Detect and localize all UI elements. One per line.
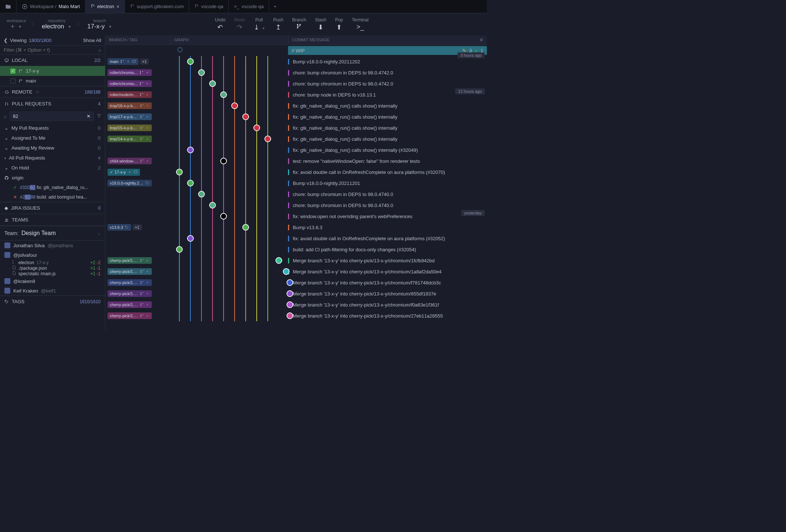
terminal-button[interactable]: Terminal>_ — [352, 17, 368, 31]
commit-node[interactable] — [209, 80, 216, 87]
branch-pill[interactable]: roller/chromiu... — [108, 69, 152, 76]
branch-pill[interactable]: cherry-pick/13-x... — [108, 268, 152, 275]
commit-row[interactable]: fix: avoid double call in OnRefreshCompl… — [105, 233, 487, 244]
commit-node[interactable] — [287, 312, 293, 319]
commit-row[interactable]: cherry-pick/13-x... Merge branch '13-x-y… — [105, 288, 487, 299]
settings-icon[interactable]: ⚙ — [480, 38, 483, 42]
branch-pill[interactable]: trop/16-x-y-bp-fi... — [108, 102, 152, 109]
commit-row[interactable]: v13.6.3 +1Bump v13.6.3 — [105, 222, 487, 233]
commit-node[interactable] — [187, 58, 194, 65]
commit-row[interactable]: cherry-pick/13-x... Merge branch '13-x-y… — [105, 266, 487, 277]
commit-row[interactable]: chore: bump chromium in DEPS to 98.0.474… — [105, 189, 487, 200]
branch-pill[interactable]: trop/15-x-y-bp-fi... — [108, 125, 152, 131]
commit-node[interactable] — [187, 235, 194, 242]
commit-node[interactable] — [176, 246, 183, 253]
filter-input[interactable] — [4, 47, 98, 53]
commit-row[interactable]: ✓ 17-x-y fix: avoid double call in OnRef… — [105, 167, 487, 178]
undo-button[interactable]: Undo↶ — [215, 17, 225, 31]
branch-pill[interactable]: main — [108, 58, 138, 65]
workspace-tab[interactable]: Workspace / Malo Mart — [17, 0, 85, 13]
commit-node[interactable] — [220, 91, 227, 98]
branch-pill[interactable]: trop/17-x-y-bp-fi... — [108, 113, 152, 120]
pr-item[interactable]: ✓#32082 fix: gtk_native_dialog_ru... — [0, 183, 105, 192]
commit-row[interactable]: trop/14-x-y-bp-fi... fix: gtk_native_dia… — [105, 133, 487, 144]
pr-group[interactable]: ⌄Awaiting My Review0 — [0, 143, 105, 153]
commit-row[interactable]: cherry-pick/13-x... Merge branch '13-x-y… — [105, 310, 487, 321]
workspace-crumb[interactable]: workspace +▼ — [4, 17, 29, 32]
jira-section-header[interactable]: ◆JIRA ISSUES 0 — [0, 202, 105, 214]
commit-node[interactable] — [242, 224, 249, 231]
branch-pill[interactable]: cherry-pick/13-x... — [108, 312, 152, 319]
commit-node[interactable] — [287, 301, 293, 308]
team-selector[interactable]: Team:Design Team ⌄ — [0, 226, 105, 241]
teams-section-header[interactable]: TEAMS — [0, 214, 105, 225]
commit-node[interactable] — [287, 290, 293, 297]
member-file[interactable]: spec/static /main.js +1 -1 — [0, 271, 105, 276]
branch-pill[interactable]: cherry-pick/13-x... — [108, 290, 152, 297]
branch-pill[interactable]: ✓ 17-x-y — [108, 169, 140, 176]
commit-row[interactable]: trop/17-x-y-bp-fi... fix: gtk_native_dia… — [105, 111, 487, 122]
repo-tab[interactable]: vscode-qa — [189, 0, 229, 13]
commit-row[interactable]: cherry-pick/13-x... Merge branch '13-x-y… — [105, 277, 487, 288]
local-branch-item[interactable]: main — [0, 76, 105, 86]
team-member[interactable]: @kraken8 — [0, 276, 105, 286]
commit-row[interactable]: build: add CI path-filtering for docs-on… — [105, 244, 487, 255]
commit-node[interactable] — [209, 202, 216, 209]
tags-section-header[interactable]: TAGS 1610/1610 — [0, 295, 105, 307]
team-member[interactable]: Keif Kraken @keif1 — [0, 286, 105, 295]
commit-node[interactable] — [276, 257, 282, 264]
filter-icon[interactable] — [97, 113, 101, 119]
commit-row[interactable]: fix: gtk_native_dialog_run() calls show(… — [105, 144, 487, 155]
commit-node[interactable] — [176, 169, 183, 175]
commit-row[interactable]: chore: bump chromium in DEPS to 98.0.474… — [105, 200, 487, 211]
commit-node[interactable] — [187, 147, 194, 153]
member-file[interactable]: electron 17-x-y+2 -2 — [0, 260, 105, 265]
branch-pill[interactable]: v13.6.3 — [108, 224, 131, 231]
push-button[interactable]: Push↥ — [273, 17, 283, 31]
branch-pill[interactable]: cherry-pick/13-x... — [108, 257, 152, 264]
repo-tab[interactable]: >_vscode-qa — [229, 0, 269, 13]
branch-pill[interactable]: cherry-pick/13-x... — [108, 279, 152, 286]
pr-group[interactable]: ⌄My Pull Requests0 — [0, 123, 105, 133]
commit-node[interactable] — [220, 158, 227, 164]
branch-crumb[interactable]: branch 17-x-y▼ — [84, 17, 115, 32]
branch-pill[interactable]: roller/chromiu... — [108, 80, 152, 87]
repository-crumb[interactable]: repository electron▼ — [39, 17, 74, 32]
pull-button[interactable]: Pull⤓ ▾ — [254, 17, 264, 31]
search-icon[interactable]: ⌕ — [98, 47, 101, 53]
commit-row[interactable]: child-window-pr... test: remove "nativeW… — [105, 155, 487, 167]
pr-search-input[interactable]: 82✕ — [10, 112, 94, 121]
pr-group[interactable]: ⌄On Hold2 — [0, 163, 105, 173]
commit-node[interactable] — [242, 113, 249, 120]
commit-row[interactable]: cherry-pick/13-x... Merge branch '13-x-y… — [105, 299, 487, 310]
branch-button[interactable]: Branch — [292, 17, 306, 31]
commit-node[interactable] — [283, 268, 290, 275]
member-file[interactable]: ./package.json +1 -1 — [0, 265, 105, 271]
commit-node[interactable] — [231, 102, 238, 109]
commit-row[interactable]: fix: window.open not overriding parent's… — [105, 211, 487, 222]
commit-node[interactable] — [264, 136, 271, 142]
local-branch-item[interactable]: ✓17-x-y — [0, 66, 105, 76]
commit-row[interactable]: trop/15-x-y-bp-fi... fix: gtk_native_dia… — [105, 122, 487, 133]
commit-node[interactable] — [220, 213, 227, 220]
back-icon[interactable]: ❮ — [4, 38, 8, 43]
commit-row[interactable]: main +1Bump v18.0.0-nightly.20211202 — [105, 56, 487, 67]
redo-button[interactable]: Redo↷ — [234, 17, 245, 31]
branch-pill[interactable]: child-window-pr... — [108, 158, 152, 164]
add-tab-button[interactable]: + — [269, 4, 281, 9]
commit-node[interactable] — [198, 191, 205, 197]
remote-section-header[interactable]: REMOTE 188/188 — [0, 86, 105, 98]
commit-row[interactable]: cherry-pick/13-x... Merge branch '13-x-y… — [105, 255, 487, 266]
commit-row[interactable]: trop/16-x-y-bp-fi... fix: gtk_native_dia… — [105, 100, 487, 111]
repo-tab[interactable]: electron× — [85, 0, 125, 13]
pr-item[interactable]: ✕#28288 build: add boringssl hea... — [0, 192, 105, 202]
team-member[interactable]: Jonathan Silva @jonathans — [0, 241, 105, 250]
repo-tab[interactable]: support.gitkraken.com — [125, 0, 189, 13]
pr-section-header[interactable]: PULL REQUESTS 4 — [0, 98, 105, 109]
stash-button[interactable]: Stash⬇ — [315, 17, 326, 31]
pr-group[interactable]: ⌄Assigned To Me0 — [0, 133, 105, 143]
commit-node[interactable] — [187, 180, 194, 186]
commit-row[interactable]: roller/chromiu... chore: bump chromium i… — [105, 67, 487, 78]
close-icon[interactable]: × — [116, 4, 119, 10]
branch-pill[interactable]: roller/node/main — [108, 91, 152, 98]
